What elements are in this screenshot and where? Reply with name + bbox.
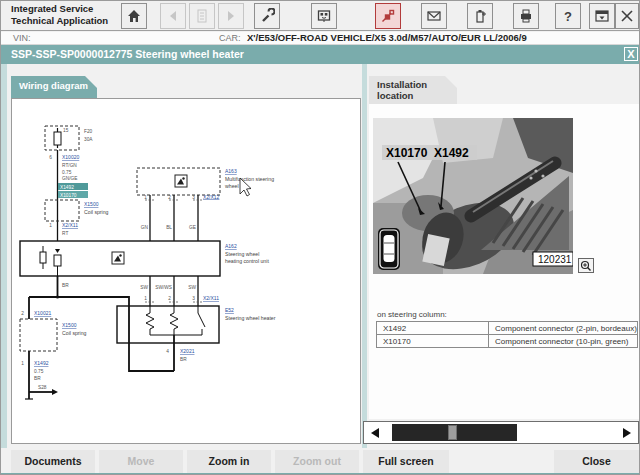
scrollbar-track-fill[interactable] — [392, 424, 517, 441]
minimize-button[interactable] — [589, 3, 615, 29]
zoom-out-button[interactable]: Zoom out — [275, 450, 359, 473]
ctrl-link[interactable]: A162 — [225, 243, 237, 249]
minimize-tray-icon — [594, 8, 610, 24]
installation-location-panel: X10170 X1492 120231 — [369, 104, 639, 419]
mfsw-name-1: Multifunction steering — [225, 176, 274, 182]
photo-id: 120231 — [538, 254, 572, 265]
documents-button[interactable]: Documents — [11, 450, 95, 473]
car-position-icon — [378, 228, 400, 270]
wrench-icon — [259, 8, 275, 24]
scroll-right-icon — [622, 427, 632, 439]
document-close-button[interactable]: X — [624, 47, 638, 61]
mfsw-link[interactable]: A163 — [225, 168, 237, 174]
magnify-photo-button[interactable] — [578, 258, 594, 273]
coil1-link[interactable]: X1500 — [84, 201, 99, 207]
document-icon — [194, 8, 210, 24]
fuse-component: 15 F20 30A — [45, 126, 93, 150]
horizontal-scrollbar[interactable] — [363, 421, 639, 444]
tab-wiring-label: Wiring diagram — [19, 80, 88, 91]
pin-label: 3 — [192, 296, 195, 301]
forward-icon — [223, 8, 239, 24]
pin-label: 2 — [168, 195, 171, 200]
connection-status-button[interactable] — [375, 3, 401, 29]
tab-wiring-diagram[interactable]: Wiring diagram — [11, 76, 97, 98]
wiring-diagram-panel[interactable]: 15 F20 30A 6 X10020 RT/GN 0.75 GN/GE X14… — [11, 98, 361, 444]
wire-color-label: SW/WS — [155, 285, 172, 290]
tab-install-label-1: Installation — [377, 79, 457, 90]
home-button[interactable] — [121, 3, 147, 29]
scrollbar-thumb[interactable] — [448, 425, 457, 440]
highlight-x10170: X10170 — [60, 193, 77, 198]
print-button[interactable] — [513, 3, 539, 29]
photo-label-x10170: X10170 — [386, 146, 428, 160]
close-button[interactable]: Close — [554, 450, 639, 473]
heater-link[interactable]: E52 — [225, 307, 234, 313]
workshop-button[interactable] — [254, 3, 280, 29]
car-value: X'/E53/OFF-ROAD VEHICLE/X5 3.0d/M57/AUTO… — [247, 32, 527, 43]
zoom-in-button[interactable]: Zoom in — [187, 450, 271, 473]
tab-installation-location[interactable]: Installation location — [369, 76, 457, 104]
wiring-diagram-svg: 15 F20 30A 6 X10020 RT/GN 0.75 GN/GE X14… — [12, 99, 360, 443]
pin-label: 2 — [21, 311, 24, 316]
pin-label: 1 — [144, 195, 147, 200]
connector-link-x10020[interactable]: X10020 — [62, 154, 79, 160]
footer-button-bar: Documents Move Zoom in Zoom out Full scr… — [1, 448, 640, 473]
panel-divider — [362, 64, 367, 448]
document-title-bar: SSP-SSP-SP0000012775 Steering wheel heat… — [1, 45, 640, 64]
back-button[interactable] — [160, 3, 186, 29]
heating-control-unit-component: A162 Steering wheel heating control unit — [20, 241, 269, 276]
highlighted-connectors[interactable]: X1492 X10170 — [58, 183, 88, 198]
history-document-button[interactable] — [189, 3, 215, 29]
close-icon — [619, 8, 635, 24]
coil2-name: Coil spring — [62, 330, 87, 336]
connector-link[interactable]: X10021 — [34, 310, 51, 316]
wire-color-label: GE — [189, 225, 196, 230]
forward-button[interactable] — [218, 3, 244, 29]
mfsw-wires — [150, 195, 198, 241]
battery-status-button[interactable] — [467, 3, 493, 29]
connector-id-cell: X1492 — [377, 322, 489, 335]
fuse-rating-label: 30A — [84, 137, 93, 142]
ctrl-name-2: heating control unit — [225, 258, 269, 264]
main-toolbar: Integrated Service Technical Application — [1, 1, 640, 31]
help-button[interactable]: ? — [555, 3, 581, 29]
wire-color-label: BR — [34, 376, 41, 381]
scroll-right-button[interactable] — [616, 422, 638, 443]
magnifier-icon — [580, 260, 592, 272]
diagnosis-device-button[interactable] — [311, 3, 337, 29]
highlight-x1492: X1492 — [60, 185, 74, 190]
connector-link[interactable]: X2/X12 — [203, 194, 220, 200]
photo-label-x1492: X1492 — [434, 146, 469, 160]
heater-wires — [150, 276, 198, 306]
wire-color-label: SW — [188, 285, 196, 290]
installation-photo[interactable]: X10170 X1492 120231 — [373, 118, 573, 274]
coil2-link[interactable]: X1500 — [62, 322, 77, 328]
vin-label: VIN: — [13, 33, 31, 43]
pin-label: 3 — [192, 195, 195, 200]
wire-color-label: GN — [141, 225, 149, 230]
ground-point-label: S28 — [38, 385, 47, 390]
vehicle-bar: VIN: CAR: X'/E53/OFF-ROAD VEHICLE/X5 3.0… — [1, 32, 640, 45]
messages-button[interactable] — [421, 3, 447, 29]
scroll-left-button[interactable] — [364, 422, 386, 443]
connector-link[interactable]: X2/X11 — [62, 222, 78, 228]
pin-label: 6 — [49, 155, 52, 160]
table-row: X10170 Component connector (10-pin, gree… — [377, 335, 638, 348]
diagnosis-device-icon — [316, 8, 332, 24]
coil-spring-upper: X1500 Coil spring — [45, 200, 109, 221]
connector-link[interactable]: X2/X11 — [203, 295, 219, 301]
ground-arrow — [52, 389, 58, 395]
connector-plug-icon — [380, 8, 396, 24]
left-edge-strip — [1, 64, 7, 473]
full-screen-button[interactable]: Full screen — [363, 450, 449, 473]
mail-icon — [426, 8, 442, 24]
app-title: Integrated Service Technical Application — [11, 3, 108, 27]
connector-link[interactable]: X2021 — [180, 348, 195, 354]
wire-color-label: RT — [62, 231, 68, 236]
ista-window: Integrated Service Technical Application — [0, 0, 640, 475]
close-app-button[interactable] — [615, 3, 639, 29]
fuse-id-label: F20 — [84, 129, 93, 134]
move-button[interactable]: Move — [99, 450, 183, 473]
connector-link[interactable]: X1492 — [34, 360, 49, 366]
table-row: X1492 Component connector (2-pin, bordea… — [377, 322, 638, 335]
